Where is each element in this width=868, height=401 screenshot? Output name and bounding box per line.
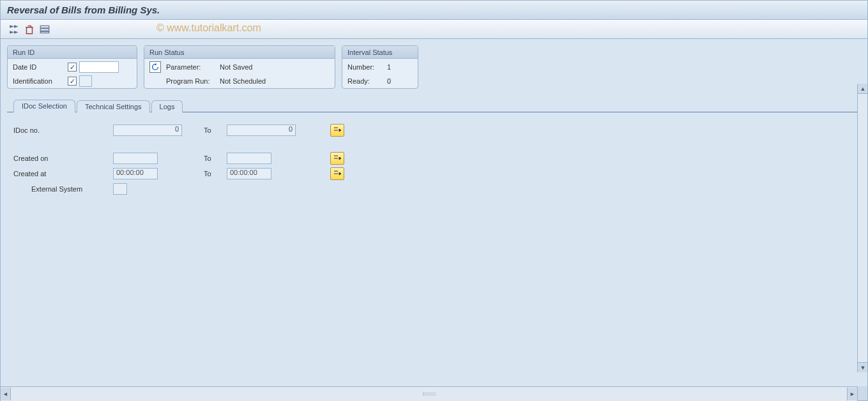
created-on-to-input[interactable] (227, 153, 271, 164)
toolbar-execute-icon[interactable] (8, 24, 20, 35)
created-on-to-label: To (204, 155, 223, 162)
interval-number-label: Number: (347, 63, 385, 71)
parameter-label: Parameter: (166, 63, 217, 71)
panel-run-id-title: Run ID (8, 46, 137, 59)
tab-idoc-selection[interactable]: IDoc Selection (13, 100, 75, 112)
identification-checkbox-icon[interactable]: ✓ (68, 77, 77, 86)
svg-rect-1 (40, 26, 49, 27)
interval-ready-label: Ready: (347, 77, 385, 85)
scroll-grip-icon[interactable] (423, 393, 436, 395)
scroll-corner (857, 386, 867, 400)
panel-run-status: Run Status Parameter: Not Saved Program … (144, 45, 335, 89)
identification-label: Identification (13, 77, 64, 85)
external-system-input[interactable] (113, 183, 127, 195)
scroll-right-icon[interactable]: ► (847, 388, 857, 400)
status-refresh-icon[interactable] (149, 61, 161, 73)
svg-rect-2 (40, 28, 49, 30)
tab-technical-settings[interactable]: Technical Settings (77, 100, 150, 112)
created-at-label: Created at (13, 170, 109, 178)
idoc-no-to-label: To (204, 126, 223, 134)
created-at-more-button[interactable] (330, 167, 344, 180)
tab-logs[interactable]: Logs (151, 100, 183, 112)
toolbar-layout-icon[interactable] (39, 24, 50, 35)
idoc-no-from-input[interactable]: 0 (113, 125, 182, 136)
date-id-label: Date ID (13, 63, 64, 71)
created-at-to-input[interactable]: 00:00:00 (227, 168, 271, 179)
created-at-to-label: To (204, 170, 223, 178)
identification-input[interactable] (79, 75, 92, 87)
date-id-input[interactable] (79, 61, 119, 73)
date-id-checkbox-icon[interactable]: ✓ (68, 63, 77, 72)
toolbar-delete-icon[interactable] (24, 24, 35, 35)
svg-rect-3 (40, 31, 49, 33)
interval-ready-value: 0 (387, 77, 391, 85)
idoc-no-to-input[interactable]: 0 (227, 125, 296, 136)
panel-run-id: Run ID Date ID ✓ Identification ✓ (7, 45, 137, 89)
panel-interval-status-title: Interval Status (342, 46, 418, 59)
scroll-up-icon[interactable]: ▲ (858, 84, 867, 94)
interval-number-value: 1 (387, 63, 391, 71)
horizontal-scrollbar[interactable]: ◄ ► (1, 387, 857, 401)
created-at-from-input[interactable]: 00:00:00 (113, 168, 158, 179)
program-run-label: Program Run: (166, 77, 217, 85)
parameter-value: Not Saved (220, 63, 252, 71)
created-on-label: Created on (13, 155, 109, 162)
panel-run-status-title: Run Status (144, 46, 335, 59)
panel-interval-status: Interval Status Number: 1 Ready: 0 (342, 45, 418, 89)
idoc-no-label: IDoc no. (13, 126, 109, 134)
page-title: Reversal of Bills from Billing Sys. (7, 4, 160, 15)
watermark: © www.tutorialkart.com (156, 22, 261, 34)
idoc-no-more-button[interactable] (330, 124, 344, 137)
scroll-left-icon[interactable]: ◄ (1, 388, 11, 400)
created-on-more-button[interactable] (330, 152, 344, 165)
created-on-from-input[interactable] (113, 153, 158, 164)
program-run-value: Not Scheduled (220, 77, 266, 85)
external-system-label: External System (31, 185, 109, 193)
scroll-down-icon[interactable]: ▼ (858, 362, 867, 372)
vertical-scrollbar[interactable]: ▲ ▼ (857, 84, 867, 372)
svg-rect-0 (27, 27, 33, 33)
tab-content-idoc: IDoc no. 0 To 0 Created on To Created (7, 112, 861, 375)
